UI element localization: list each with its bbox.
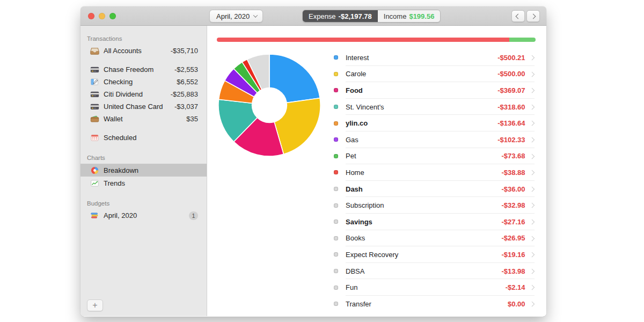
chevron-right-icon [529,252,534,257]
legend-row[interactable]: Interest -$500.21 [334,49,535,66]
chevron-right-icon [529,219,534,224]
divider [80,125,207,131]
legend-row[interactable]: Gas -$102.33 [334,131,535,148]
ledger-icon [90,78,100,86]
expense-tab[interactable]: Expense -$2,197.78 [303,10,378,22]
legend-row[interactable]: Books -$26.95 [334,230,535,247]
window-content: Transactions All Accounts -$35,710 Chase… [80,26,546,316]
minimize-button[interactable] [99,13,105,19]
add-account-button[interactable]: + [87,299,103,311]
category-color-dot [334,55,338,60]
category-color-dot [334,269,338,273]
legend-list: Interest -$500.21 Carole -$500.00 Food -… [334,49,536,312]
legend-label: Savings [346,218,501,226]
legend-row[interactable]: Expect Recovery -$19.16 [334,246,535,263]
chevron-left-icon [516,13,521,19]
legend-amount: -$500.00 [497,70,525,78]
chevron-right-icon [529,55,534,60]
account-label: All Accounts [104,47,171,55]
legend-label: Subscription [346,201,501,209]
sidebar-item-account[interactable]: Chase Freedom -$2,553 [80,63,207,76]
breakdown-label: Breakdown [104,166,198,174]
legend-label: ylin.co [346,119,497,127]
legend-amount: -$136.64 [497,119,525,127]
trends-icon [90,179,100,187]
budget-count-badge: 1 [189,211,198,220]
accounts-list: Chase Freedom -$2,553 Checking $6,552 Ci… [80,63,207,125]
credit-card-icon [90,103,100,111]
sidebar-item-breakdown[interactable]: Breakdown [80,164,207,177]
sidebar-item-all-accounts[interactable]: All Accounts -$35,710 [80,45,207,57]
category-color-dot [334,105,338,109]
income-tab[interactable]: Income $199.56 [378,10,441,22]
chevron-right-icon [529,71,534,76]
category-color-dot [334,203,338,208]
donut-chart-container [217,48,334,312]
chevron-right-icon [529,153,534,158]
sidebar-item-account[interactable]: United Chase Card -$3,037 [80,100,207,113]
period-label: April, 2020 [216,12,250,20]
account-amount: $35 [186,115,198,123]
chevron-right-icon [529,88,534,93]
next-period-button[interactable] [526,10,540,22]
legend-row[interactable]: Home -$38.88 [334,164,535,181]
legend-row[interactable]: Carole -$500.00 [334,66,535,83]
account-label: Chase Freedom [104,65,174,74]
legend-row[interactable]: Savings -$27.16 [334,214,535,230]
pie-icon [90,166,100,174]
expense-bar-segment [217,38,509,42]
period-navigation [511,10,540,22]
legend-amount: $0.00 [508,300,525,308]
legend-row[interactable]: Pet -$73.68 [334,148,535,165]
legend-row[interactable]: DBSA -$13.98 [334,263,535,280]
sidebar-item-account[interactable]: Citi Dividend -$25,883 [80,88,207,100]
legend-row[interactable]: Fun -$2.14 [334,279,535,296]
expense-income-control: Expense -$2,197.78 Income $199.56 [302,10,441,23]
breakdown-view: Interest -$500.21 Carole -$500.00 Food -… [217,48,536,312]
chevron-right-icon [529,121,534,126]
legend-row[interactable]: Transfer $0.00 [334,296,535,312]
expense-label: Expense [309,12,336,20]
budget-label: April, 2020 [104,211,189,219]
divider [80,57,207,63]
legend-row[interactable]: Subscription -$32.98 [334,197,535,214]
chevron-right-icon [529,236,534,240]
credit-card-icon [90,65,100,74]
legend-row[interactable]: St. Vincent's -$318.60 [334,99,535,115]
legend-row[interactable]: Food -$369.07 [334,82,535,99]
legend-amount: -$369.07 [497,86,525,94]
legend-amount: -$27.16 [501,218,525,226]
legend-label: Interest [346,54,497,62]
legend-row[interactable]: Dash -$36.00 [334,181,535,197]
plus-icon: + [92,301,97,310]
income-label: Income [384,12,407,20]
income-bar-segment [509,38,536,42]
period-selector[interactable]: April, 2020 [209,10,263,23]
legend-amount: -$36.00 [501,185,525,193]
sidebar-item-scheduled[interactable]: Scheduled [80,131,207,144]
transactions-header: Transactions [87,35,207,42]
chevron-right-icon [529,170,534,175]
sidebar-item-account[interactable]: Wallet $35 [80,113,207,125]
sidebar-item-trends[interactable]: Trends [80,177,207,189]
account-amount: -$25,883 [171,90,198,98]
sidebar-item-account[interactable]: Checking $6,552 [80,76,207,88]
account-amount: -$35,710 [171,47,198,55]
legend-row[interactable]: ylin.co -$136.64 [334,115,535,131]
scheduled-label: Scheduled [104,134,198,142]
prev-period-button[interactable] [511,10,525,22]
close-button[interactable] [88,13,94,19]
account-label: Wallet [104,115,186,123]
category-color-dot [334,286,338,290]
main-panel: Interest -$500.21 Carole -$500.00 Food -… [207,26,546,316]
title-bar: April, 2020 Expense -$2,197.78 Income $1… [80,6,546,26]
income-value: $199.56 [409,12,434,20]
charts-header: Charts [87,155,207,161]
zoom-button[interactable] [109,13,116,19]
account-label: Citi Dividend [104,90,171,98]
category-color-dot [334,170,338,174]
sidebar-item-budget[interactable]: April, 2020 1 [80,209,207,222]
app-window: April, 2020 Expense -$2,197.78 Income $1… [80,6,546,317]
chevron-down-icon [253,13,258,17]
trends-label: Trends [104,179,198,187]
